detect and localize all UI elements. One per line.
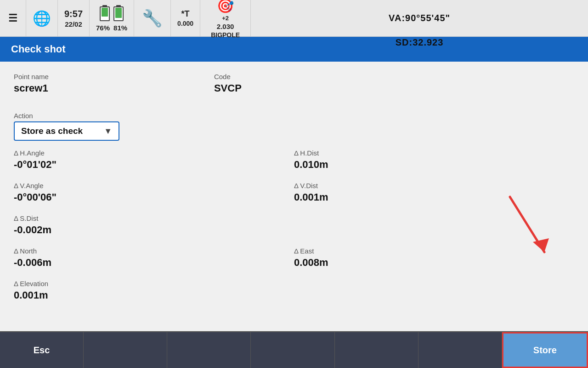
- page-title: Check shot: [11, 43, 66, 55]
- battery1-label: 76%: [96, 24, 110, 32]
- point-name-group: Point name screw1: [14, 73, 49, 94]
- east-value: 0.008m: [294, 257, 574, 269]
- v-dist-value: 0.001m: [294, 191, 574, 203]
- code-label: Code: [214, 73, 242, 80]
- instrument-icon-cell: 🔧: [134, 0, 171, 36]
- target-plus: +2: [222, 15, 229, 22]
- action-label: Action: [14, 112, 574, 120]
- va-reading: VA:90°55'45": [389, 13, 450, 23]
- action-value: Store as check: [21, 126, 83, 136]
- prism-icon: 🔧: [142, 9, 163, 28]
- battery-cell: 76% 81%: [90, 0, 134, 36]
- content-area: Point name screw1 Code SVCP Action Store…: [0, 62, 588, 332]
- elevation-group: Δ Elevation 0.001m: [14, 280, 294, 301]
- code-group: Code SVCP: [214, 73, 242, 94]
- elevation-label: Δ Elevation: [14, 280, 294, 288]
- v-angle-group: Δ V.Angle -0°00'06": [14, 182, 294, 203]
- s-dist-group: Δ S.Dist -0.002m: [14, 214, 294, 236]
- hamburger-icon[interactable]: ☰: [8, 12, 17, 24]
- globe-icon: 🌐: [33, 10, 51, 27]
- time-main: 9:57: [64, 9, 83, 19]
- h-dist-group: Δ H.Dist 0.010m: [294, 149, 574, 171]
- target-icon: 🎯: [217, 0, 234, 14]
- east-label: Δ East: [294, 247, 574, 255]
- target-cell: 🎯 +2 2.030 BIGPOLE: [200, 0, 251, 36]
- angle-readings: HA:231°59'45" VA:90°55'45" SD:32.923: [251, 0, 588, 36]
- action-dropdown[interactable]: Store as check ▼: [14, 121, 119, 141]
- h-dist-value: 0.010m: [294, 159, 574, 171]
- north-group: Δ North -0.006m: [14, 247, 294, 269]
- t-value-cell: *T 0.000: [171, 0, 200, 36]
- globe-cell: 🌐: [26, 0, 58, 36]
- code-value: SVCP: [214, 82, 242, 94]
- status-bar: ☰ 🌐 9:57 22/02 76% 81% 🔧 *T 0.000: [0, 0, 588, 37]
- h-angle-value: -0°01'02": [14, 159, 294, 171]
- s-dist-value: -0.002m: [14, 224, 294, 236]
- battery1-icon: [100, 5, 110, 21]
- store-button[interactable]: Store: [502, 332, 588, 368]
- time-cell: 9:57 22/02: [58, 0, 90, 36]
- v-angle-value: -0°00'06": [14, 191, 294, 203]
- sd-reading: SD:32.923: [396, 37, 444, 48]
- action-group: Action Store as check ▼: [14, 112, 574, 141]
- nav-btn-2[interactable]: [84, 332, 167, 368]
- h-angle-label: Δ H.Angle: [14, 149, 294, 157]
- time-sub: 22/02: [65, 20, 82, 28]
- esc-button[interactable]: Esc: [0, 332, 84, 368]
- h-dist-label: Δ H.Dist: [294, 149, 574, 157]
- v-angle-label: Δ V.Angle: [14, 182, 294, 190]
- nav-btn-5[interactable]: [335, 332, 418, 368]
- nav-btn-3[interactable]: [167, 332, 251, 368]
- h-angle-group: Δ H.Angle -0°01'02": [14, 149, 294, 171]
- east-group: Δ East 0.008m: [294, 247, 574, 269]
- t-label: *T: [181, 9, 190, 19]
- target-name: BIGPOLE: [211, 31, 240, 39]
- north-value: -0.006m: [14, 257, 294, 269]
- measurements-grid: Δ H.Angle -0°01'02" Δ H.Dist 0.010m Δ V.…: [14, 149, 574, 312]
- battery2-icon: [113, 5, 124, 21]
- point-name-value: screw1: [14, 82, 49, 94]
- main-form: Point name screw1 Code SVCP Action Store…: [0, 62, 588, 323]
- nav-btn-4[interactable]: [251, 332, 334, 368]
- hamburger-menu[interactable]: ☰: [0, 0, 26, 36]
- bottom-nav: Esc Store: [0, 331, 588, 368]
- v-dist-group: Δ V.Dist 0.001m: [294, 182, 574, 203]
- point-name-label: Point name: [14, 73, 49, 80]
- dropdown-arrow-icon: ▼: [104, 126, 112, 136]
- store-label: Store: [533, 345, 557, 356]
- v-dist-label: Δ V.Dist: [294, 182, 574, 190]
- page-header: Check shot: [0, 37, 588, 62]
- nav-btn-6[interactable]: [418, 332, 502, 368]
- s-dist-label: Δ S.Dist: [14, 214, 294, 222]
- elevation-value: 0.001m: [14, 289, 294, 301]
- battery2-label: 81%: [113, 24, 127, 32]
- north-label: Δ North: [14, 247, 294, 255]
- t-value: 0.000: [177, 20, 193, 27]
- target-value: 2.030: [217, 23, 234, 30]
